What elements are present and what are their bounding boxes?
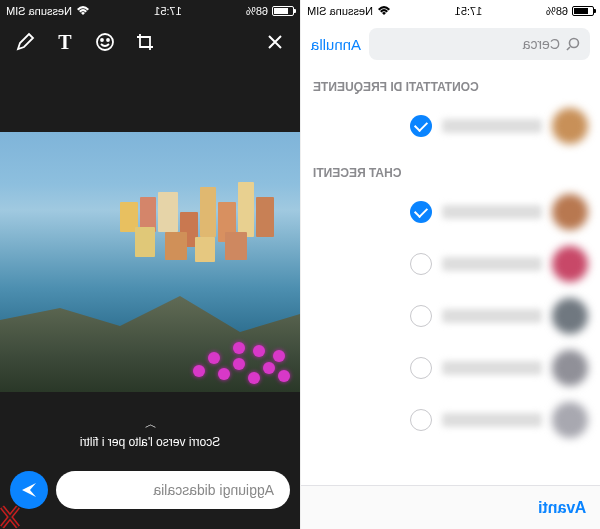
contact-list-frequent <box>301 100 600 152</box>
section-header-recent: CHAT RECENTI <box>301 152 600 186</box>
emoji-icon[interactable] <box>94 31 116 53</box>
chevron-up-icon: ︿ <box>0 416 300 433</box>
wifi-icon <box>76 6 90 16</box>
caption-placeholder: Aggiungi didascalia <box>153 482 274 498</box>
caption-input[interactable]: Aggiungi didascalia <box>56 471 290 509</box>
select-checkbox[interactable] <box>410 409 432 431</box>
select-checkbox[interactable] <box>410 201 432 223</box>
select-checkbox[interactable] <box>410 357 432 379</box>
next-button[interactable]: Avanti <box>538 499 586 517</box>
contact-row[interactable] <box>301 186 600 238</box>
select-checkbox[interactable] <box>410 115 432 137</box>
status-bar: 68% 17:51 Nessuna SIM <box>0 0 300 22</box>
cancel-button[interactable]: Annulla <box>311 36 361 53</box>
search-row: Cerca Annulla <box>301 22 600 66</box>
search-icon <box>566 37 580 51</box>
swipe-hint: ︿ Scorri verso l'alto per i filtri <box>0 416 300 449</box>
avatar <box>552 246 588 282</box>
caption-row: Aggiungi didascalia <box>10 471 290 509</box>
select-checkbox[interactable] <box>410 305 432 327</box>
avatar <box>552 350 588 386</box>
svg-point-3 <box>570 39 579 48</box>
status-bar: 68% 17:51 Nessuna SIM <box>301 0 600 22</box>
share-screen: 68% 17:51 Nessuna SIM Cerca Annulla CONT… <box>300 0 600 529</box>
status-carrier: Nessuna SIM <box>6 5 72 17</box>
text-icon[interactable]: T <box>54 31 76 53</box>
swipe-hint-label: Scorri verso l'alto per i filtri <box>80 435 220 449</box>
contact-row[interactable] <box>301 290 600 342</box>
contact-row[interactable] <box>301 238 600 290</box>
edit-toolbar: T <box>0 22 300 62</box>
battery-icon <box>572 6 594 16</box>
editor-screen: 68% 17:51 Nessuna SIM T <box>0 0 300 529</box>
footer-bar: Avanti <box>301 485 600 529</box>
close-icon[interactable] <box>264 31 286 53</box>
svg-point-2 <box>107 39 109 41</box>
crop-icon[interactable] <box>134 31 156 53</box>
contact-list-recent <box>301 186 600 446</box>
avatar <box>552 298 588 334</box>
photo-preview[interactable] <box>0 132 300 392</box>
contact-name <box>442 119 542 133</box>
contact-row[interactable] <box>301 100 600 152</box>
svg-point-1 <box>101 39 103 41</box>
avatar <box>552 402 588 438</box>
svg-point-0 <box>97 34 113 50</box>
battery-icon <box>272 6 294 16</box>
section-header-frequent: CONTATTATI DI FREQUENTE <box>301 66 600 100</box>
contact-name <box>442 257 542 271</box>
status-time: 17:51 <box>90 5 246 17</box>
select-checkbox[interactable] <box>410 253 432 275</box>
send-icon <box>20 481 38 499</box>
status-time: 17:51 <box>391 5 546 17</box>
status-carrier: Nessuna SIM <box>307 5 373 17</box>
battery-percent: 68% <box>246 5 268 17</box>
contact-row[interactable] <box>301 342 600 394</box>
wifi-icon <box>377 6 391 16</box>
avatar <box>552 194 588 230</box>
contact-name <box>442 205 542 219</box>
contact-name <box>442 413 542 427</box>
send-button[interactable] <box>10 471 48 509</box>
search-input[interactable]: Cerca <box>369 28 590 60</box>
search-placeholder: Cerca <box>523 36 560 52</box>
contact-name <box>442 309 542 323</box>
contact-name <box>442 361 542 375</box>
avatar <box>552 108 588 144</box>
draw-icon[interactable] <box>14 31 36 53</box>
battery-percent: 68% <box>546 5 568 17</box>
contact-row[interactable] <box>301 394 600 446</box>
